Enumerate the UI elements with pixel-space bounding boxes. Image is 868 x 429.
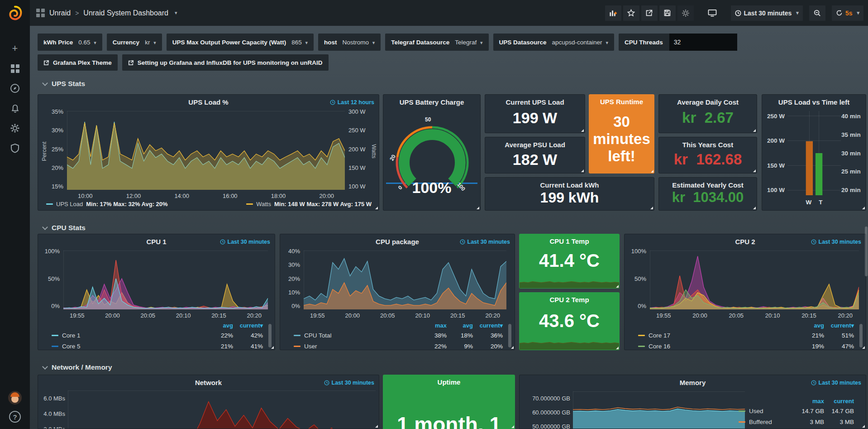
legend-header[interactable]: maxcurrent — [794, 398, 854, 405]
stat-title[interactable]: Uptime — [383, 378, 515, 386]
stat-title[interactable]: CPU 2 Temp — [519, 296, 620, 304]
panel-time-badge[interactable]: Last 12 hours — [330, 99, 374, 106]
legend-header[interactable]: maxavgcurrent▾ — [420, 322, 503, 329]
load-vs-time-bars[interactable] — [787, 111, 841, 195]
tick-label: 100 W — [348, 183, 369, 190]
y-ticks: 70.000000 GB60.000000 GB50.000000 GB — [523, 395, 570, 429]
series-dash — [638, 335, 645, 336]
memory-chart-area[interactable] — [573, 391, 745, 429]
panel-time-badge[interactable]: Last 30 minutes — [220, 239, 270, 245]
time-range-picker[interactable]: Last 30 minutes ▾ — [731, 5, 803, 21]
tick-label: 35% — [44, 108, 63, 115]
breadcrumb-team[interactable]: Unraid — [49, 9, 71, 17]
stat-title[interactable]: Current Load kWh — [485, 181, 654, 189]
gauge-tick-50: 50 — [425, 116, 431, 123]
tick-label: 50% — [628, 275, 646, 282]
row-header-ups-stats[interactable]: UPS Stats — [43, 80, 85, 88]
stat-title[interactable]: Average Daily Cost — [659, 98, 757, 106]
variable-host[interactable]: hostNostromo ▾ — [318, 34, 381, 51]
stat-value: kr 2.67 — [659, 110, 757, 126]
tick-label: 100% — [628, 248, 646, 255]
panel-title[interactable]: UPS Load vs Time left — [762, 98, 866, 106]
cpu2-chart-area[interactable] — [650, 251, 859, 309]
panel-cpu2: CPU 2 Last 30 minutes 100%50%0% 19:5520:… — [624, 234, 866, 350]
dashboards-icon[interactable] — [0, 58, 30, 78]
panel-time-badge[interactable]: Last 30 minutes — [811, 239, 861, 245]
cpu1-chart-area[interactable] — [63, 251, 268, 309]
panel-cpu2-temp: CPU 2 Temp 43.6 °C — [519, 292, 620, 350]
link-grafana-plex-theme[interactable]: Grafana Plex Theme — [38, 54, 118, 71]
ups-load-chart-area[interactable] — [67, 111, 345, 190]
tick-label: 25 min — [841, 168, 864, 175]
page-scrollbar[interactable] — [865, 227, 868, 276]
panel-title[interactable]: UPS Load % — [38, 98, 379, 106]
legend-scrollbar[interactable] — [508, 324, 511, 347]
variable-kwh-price[interactable]: kWh Price0.65 ▾ — [38, 34, 102, 51]
dashboard-title-caret-icon[interactable]: ▾ — [175, 10, 177, 16]
stat-title[interactable]: This Years Cost — [659, 141, 757, 149]
legend-header[interactable]: avgcurrent▾ — [798, 322, 854, 329]
zoom-out-button[interactable] — [809, 5, 825, 21]
series-dash — [739, 421, 745, 423]
variable-telegraf-datasource[interactable]: Telegraf DatasourceTelegraf ▾ — [385, 34, 488, 51]
panel-time-badge[interactable]: Last 30 minutes — [811, 380, 861, 386]
navbar-actions: Last 30 minutes ▾ 5s ▾ — [605, 0, 863, 26]
row-header-cpu-stats[interactable]: CPU Stats — [43, 224, 86, 232]
cpu-threads-input[interactable] — [669, 34, 737, 51]
panel-time-badge[interactable]: Last 30 minutes — [460, 239, 510, 245]
refresh-picker[interactable]: 5s ▾ — [832, 5, 863, 21]
variable-currency[interactable]: Currencykr ▾ — [107, 34, 162, 51]
stat-title[interactable]: Average PSU Load — [485, 141, 585, 149]
stat-value: kr 162.68 — [659, 152, 757, 168]
link-ups-monitoring-guide[interactable]: Setting up Grafana and InfluxDB for UPS … — [122, 54, 329, 71]
tick-label: 60.000000 GB — [523, 409, 570, 416]
explore-compass-icon[interactable] — [0, 78, 30, 98]
legend-item[interactable]: UPS LoadMin: 17% Max: 32% Avg: 20% — [46, 201, 168, 207]
alerting-bell-icon[interactable] — [0, 98, 30, 118]
tick-label: 50% — [42, 275, 60, 282]
add-panel-button[interactable] — [605, 5, 621, 21]
stat-title[interactable]: Estimated Yearly Cost — [659, 181, 757, 189]
tv-cycle-view-button[interactable] — [704, 5, 721, 21]
save-dashboard-button[interactable] — [659, 5, 676, 21]
tick-label: 70.000000 GB — [523, 395, 570, 402]
external-link-icon — [128, 60, 134, 66]
y-ticks: 100%50%0% — [42, 248, 60, 309]
user-avatar[interactable] — [8, 391, 22, 405]
configuration-gear-icon[interactable] — [0, 118, 30, 138]
row-header-network-memory[interactable]: Network / Memory — [43, 363, 112, 371]
cpu-package-chart-area[interactable] — [304, 251, 506, 309]
grafana-logo[interactable] — [0, 0, 30, 26]
legend-header[interactable]: avgcurrent▾ — [207, 322, 263, 329]
variable-ups-max-output[interactable]: UPS Max Output Power Capacity (Watt)865 … — [167, 34, 314, 51]
stat-title[interactable]: CPU 1 Temp — [519, 237, 620, 245]
legend-item[interactable]: WattsMin: 148 W Max: 278 W Avg: 175 W — [246, 201, 372, 207]
dashboard-title[interactable]: Unraid System Dashboard — [83, 9, 168, 17]
panel-title[interactable]: UPS Battery Charge — [383, 98, 480, 106]
legend-scrollbar[interactable] — [859, 324, 863, 347]
y-ticks-left: 250 W200 W150 W100 W — [763, 113, 785, 193]
stat-title[interactable]: Current UPS Load — [485, 98, 585, 106]
dashboard-settings-button[interactable] — [677, 5, 694, 21]
share-dashboard-button[interactable] — [641, 5, 658, 21]
chevron-down-icon — [42, 80, 48, 86]
server-admin-shield-icon[interactable] — [0, 138, 30, 158]
tick-label: 20:15 — [211, 312, 226, 319]
panel-network: Network Last 30 minutes 6.0 MBs4.0 MBs2.… — [38, 375, 379, 429]
help-icon[interactable]: ? — [9, 411, 21, 423]
variable-ups-datasource[interactable]: UPS Datasourceapcupsd-container ▾ — [493, 34, 614, 51]
tick-label: 20:05 — [380, 312, 395, 319]
apps-grid-icon[interactable] — [36, 9, 45, 17]
star-dashboard-button[interactable] — [623, 5, 639, 21]
tick-label: 40% — [284, 248, 300, 255]
panel-time-badge[interactable]: Last 30 minutes — [324, 380, 374, 386]
create-plus-icon[interactable]: + — [0, 39, 30, 58]
stat-value: 182 W — [485, 152, 585, 168]
stat-title[interactable]: UPS Runtime — [589, 98, 654, 106]
network-chart-area[interactable] — [68, 390, 376, 429]
tick-label: 20:00 — [319, 193, 334, 199]
stat-value: 41.4 °C — [519, 251, 620, 270]
stat-value: 1 month, 1 — [383, 414, 515, 429]
legend-scrollbar[interactable] — [268, 324, 272, 347]
gauge-value: 100% — [383, 179, 480, 197]
